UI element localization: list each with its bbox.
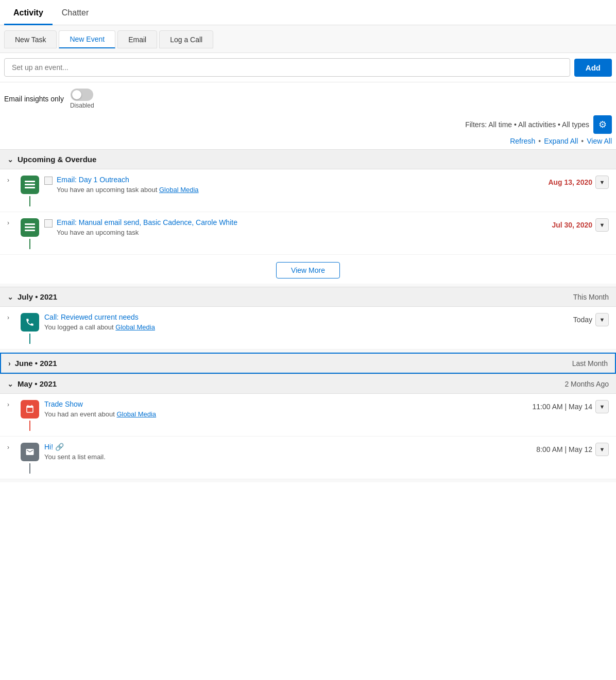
vertical-line-item5: [29, 463, 30, 474]
item-desc-item1: You have an upcoming task about Global M…: [57, 186, 542, 194]
view-all-link[interactable]: View All: [587, 137, 612, 145]
section-badge-may2021: 2 Months Ago: [564, 380, 609, 388]
item-icon-col-item3: [21, 313, 39, 344]
item-right-item3: Today ▼: [573, 313, 609, 326]
item-link-item4[interactable]: Global Media: [116, 410, 156, 418]
activity-item-item5: › Hi! 🔗 You sent a list email. 8: [0, 437, 616, 479]
section-header-july2021[interactable]: ⌄ July • 2021 This Month: [0, 287, 616, 307]
chevron-may2021-icon[interactable]: ⌄: [7, 380, 13, 388]
tab-activity[interactable]: Activity: [4, 0, 53, 25]
item-dropdown-item3[interactable]: ▼: [595, 313, 609, 326]
chevron-june2021-icon[interactable]: ›: [8, 359, 11, 368]
item-content-item3: Call: Reviewed current needs You logged …: [44, 313, 567, 331]
item-icon-col-item2: [21, 218, 39, 249]
item-expand-item1[interactable]: ›: [7, 176, 15, 184]
event-search-input[interactable]: [4, 58, 570, 77]
item-title-item4[interactable]: Trade Show: [44, 400, 526, 408]
expand-all-link[interactable]: Expand All: [544, 137, 578, 145]
toggle-state-label: Disabled: [70, 102, 94, 109]
svg-rect-3: [25, 223, 35, 225]
item-title-item2[interactable]: Email: Manual email send, Basic Cadence,…: [57, 218, 545, 226]
item-icon-item4: [21, 400, 39, 419]
item-date-item3: Today: [573, 316, 592, 324]
item-icon-item3: [21, 313, 39, 332]
item-date-item1: Aug 13, 2020: [548, 178, 592, 186]
section-header-upcoming[interactable]: ⌄ Upcoming & Overdue: [0, 149, 616, 169]
item-checkbox-item2[interactable]: [44, 219, 53, 228]
tab-chatter[interactable]: Chatter: [53, 0, 98, 25]
section-title-upcoming: ⌄ Upcoming & Overdue: [7, 155, 96, 164]
new-task-button[interactable]: New Task: [4, 30, 57, 48]
view-more-button-upcoming[interactable]: View More: [276, 262, 340, 278]
section-title-may2021: ⌄ May • 2021: [7, 379, 57, 388]
item-content-item4: Trade Show You had an event about Global…: [44, 400, 526, 418]
section-header-june2021[interactable]: › June • 2021 Last Month: [0, 353, 616, 374]
item-expand-item5[interactable]: ›: [7, 443, 15, 451]
item-date-item2: Jul 30, 2020: [552, 221, 592, 229]
item-title-item5[interactable]: Hi! 🔗: [44, 443, 530, 451]
email-button[interactable]: Email: [117, 30, 157, 48]
item-link-item3[interactable]: Global Media: [115, 323, 155, 331]
insights-toggle-group: Disabled: [70, 89, 94, 109]
tab-bar: Activity Chatter: [0, 0, 616, 25]
search-row: Add: [0, 53, 616, 82]
view-more-row-upcoming: View More: [0, 255, 616, 284]
new-event-button[interactable]: New Event: [59, 30, 115, 48]
refresh-link[interactable]: Refresh: [510, 137, 535, 145]
add-button[interactable]: Add: [574, 59, 612, 77]
item-desc-item2: You have an upcoming task: [57, 229, 545, 236]
item-checkbox-item1[interactable]: [44, 177, 53, 185]
activity-item-item2: › Email: Manual email send, Basic Cadenc…: [0, 212, 616, 255]
activity-item-item4: › Trade Show You had an event about Glob…: [0, 394, 616, 437]
checkbox-col-item1: [44, 176, 53, 185]
sections-container: ⌄ Upcoming & Overdue › Email: Day 1 Outr…: [0, 149, 616, 482]
item-expand-item2[interactable]: ›: [7, 218, 15, 226]
chevron-upcoming-icon[interactable]: ⌄: [7, 155, 13, 164]
insights-label: Email insights only: [4, 95, 64, 103]
vertical-line-item2: [29, 239, 30, 249]
section-badge-july2021: This Month: [573, 293, 609, 301]
section-header-may2021[interactable]: ⌄ May • 2021 2 Months Ago: [0, 374, 616, 394]
item-icon-item5: [21, 443, 39, 461]
section-label-july2021: July • 2021: [18, 292, 57, 301]
svg-rect-5: [25, 230, 35, 231]
checkbox-col-item2: [44, 218, 53, 228]
item-dropdown-item2[interactable]: ▼: [595, 218, 609, 232]
item-expand-item3[interactable]: ›: [7, 313, 15, 321]
section-label-june2021: June • 2021: [15, 359, 57, 368]
item-title-item3[interactable]: Call: Reviewed current needs: [44, 313, 567, 321]
vertical-line-item3: [29, 334, 30, 344]
activity-item-item1: › Email: Day 1 Outreach You have an upco…: [0, 169, 616, 212]
item-dropdown-item4[interactable]: ▼: [595, 400, 609, 413]
item-icon-item2: [21, 218, 39, 237]
item-content-item1: Email: Day 1 Outreach You have an upcomi…: [57, 176, 542, 194]
log-call-button[interactable]: Log a Call: [159, 30, 213, 48]
item-title-item1[interactable]: Email: Day 1 Outreach: [57, 176, 542, 184]
item-right-item2: Jul 30, 2020 ▼: [552, 218, 609, 232]
section-label-upcoming: Upcoming & Overdue: [18, 155, 96, 164]
vertical-line-item4: [29, 421, 30, 431]
item-right-item5: 8:00 AM | May 12 ▼: [536, 443, 609, 456]
section-title-june2021: › June • 2021: [8, 359, 57, 368]
svg-rect-2: [25, 187, 35, 188]
insights-toggle[interactable]: [71, 89, 93, 101]
section-label-may2021: May • 2021: [18, 379, 57, 388]
item-desc-item4: You had an event about Global Media: [44, 410, 526, 418]
item-link-item1[interactable]: Global Media: [159, 186, 199, 194]
item-dropdown-item1[interactable]: ▼: [595, 176, 609, 189]
section-badge-june2021: Last Month: [572, 359, 608, 368]
item-dropdown-item5[interactable]: ▼: [595, 443, 609, 456]
filters-text: Filters: All time • All activities • All…: [465, 120, 589, 129]
section-title-july2021: ⌄ July • 2021: [7, 292, 57, 301]
chevron-july2021-icon[interactable]: ⌄: [7, 293, 13, 301]
action-bar: New Task New Event Email Log a Call: [0, 25, 616, 53]
item-content-item2: Email: Manual email send, Basic Cadence,…: [57, 218, 545, 236]
svg-rect-0: [25, 181, 35, 182]
item-right-item1: Aug 13, 2020 ▼: [548, 176, 609, 189]
section-gap-may2021: [0, 479, 616, 482]
settings-button[interactable]: ⚙: [593, 115, 612, 134]
item-desc-item3: You logged a call about Global Media: [44, 323, 567, 331]
item-expand-item4[interactable]: ›: [7, 400, 15, 408]
item-desc-item5: You sent a list email.: [44, 453, 530, 461]
activity-item-item3: › Call: Reviewed current needs You logge…: [0, 307, 616, 350]
